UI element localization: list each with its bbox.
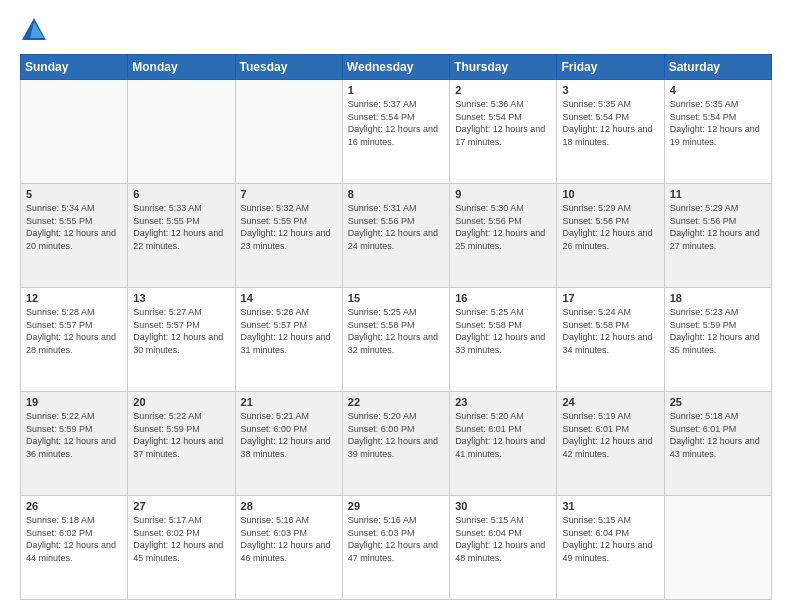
day-number: 6 — [133, 188, 229, 200]
logo-icon — [20, 16, 48, 44]
day-info: Sunrise: 5:26 AM Sunset: 5:57 PM Dayligh… — [241, 306, 337, 356]
day-info: Sunrise: 5:28 AM Sunset: 5:57 PM Dayligh… — [26, 306, 122, 356]
day-number: 7 — [241, 188, 337, 200]
calendar-cell: 31Sunrise: 5:15 AM Sunset: 6:04 PM Dayli… — [557, 496, 664, 600]
calendar-table: SundayMondayTuesdayWednesdayThursdayFrid… — [20, 54, 772, 600]
weekday-wednesday: Wednesday — [342, 55, 449, 80]
calendar-cell: 25Sunrise: 5:18 AM Sunset: 6:01 PM Dayli… — [664, 392, 771, 496]
calendar-cell: 12Sunrise: 5:28 AM Sunset: 5:57 PM Dayli… — [21, 288, 128, 392]
day-number: 4 — [670, 84, 766, 96]
weekday-thursday: Thursday — [450, 55, 557, 80]
day-number: 11 — [670, 188, 766, 200]
calendar-cell: 27Sunrise: 5:17 AM Sunset: 6:02 PM Dayli… — [128, 496, 235, 600]
calendar-cell: 6Sunrise: 5:33 AM Sunset: 5:55 PM Daylig… — [128, 184, 235, 288]
calendar-cell: 8Sunrise: 5:31 AM Sunset: 5:56 PM Daylig… — [342, 184, 449, 288]
day-info: Sunrise: 5:37 AM Sunset: 5:54 PM Dayligh… — [348, 98, 444, 148]
calendar-cell: 21Sunrise: 5:21 AM Sunset: 6:00 PM Dayli… — [235, 392, 342, 496]
weekday-saturday: Saturday — [664, 55, 771, 80]
calendar-cell — [128, 80, 235, 184]
day-info: Sunrise: 5:34 AM Sunset: 5:55 PM Dayligh… — [26, 202, 122, 252]
calendar-cell: 18Sunrise: 5:23 AM Sunset: 5:59 PM Dayli… — [664, 288, 771, 392]
day-info: Sunrise: 5:31 AM Sunset: 5:56 PM Dayligh… — [348, 202, 444, 252]
calendar-cell — [664, 496, 771, 600]
calendar-cell: 23Sunrise: 5:20 AM Sunset: 6:01 PM Dayli… — [450, 392, 557, 496]
day-number: 26 — [26, 500, 122, 512]
calendar-cell: 29Sunrise: 5:16 AM Sunset: 6:03 PM Dayli… — [342, 496, 449, 600]
day-info: Sunrise: 5:19 AM Sunset: 6:01 PM Dayligh… — [562, 410, 658, 460]
day-info: Sunrise: 5:20 AM Sunset: 6:00 PM Dayligh… — [348, 410, 444, 460]
calendar-cell: 15Sunrise: 5:25 AM Sunset: 5:58 PM Dayli… — [342, 288, 449, 392]
day-info: Sunrise: 5:23 AM Sunset: 5:59 PM Dayligh… — [670, 306, 766, 356]
day-number: 17 — [562, 292, 658, 304]
day-number: 3 — [562, 84, 658, 96]
weekday-sunday: Sunday — [21, 55, 128, 80]
calendar-cell: 5Sunrise: 5:34 AM Sunset: 5:55 PM Daylig… — [21, 184, 128, 288]
day-info: Sunrise: 5:36 AM Sunset: 5:54 PM Dayligh… — [455, 98, 551, 148]
day-info: Sunrise: 5:16 AM Sunset: 6:03 PM Dayligh… — [241, 514, 337, 564]
day-number: 20 — [133, 396, 229, 408]
day-number: 22 — [348, 396, 444, 408]
day-info: Sunrise: 5:17 AM Sunset: 6:02 PM Dayligh… — [133, 514, 229, 564]
day-info: Sunrise: 5:18 AM Sunset: 6:01 PM Dayligh… — [670, 410, 766, 460]
calendar-cell: 13Sunrise: 5:27 AM Sunset: 5:57 PM Dayli… — [128, 288, 235, 392]
day-number: 8 — [348, 188, 444, 200]
day-info: Sunrise: 5:22 AM Sunset: 5:59 PM Dayligh… — [26, 410, 122, 460]
header — [20, 16, 772, 44]
day-number: 27 — [133, 500, 229, 512]
calendar-cell: 1Sunrise: 5:37 AM Sunset: 5:54 PM Daylig… — [342, 80, 449, 184]
day-number: 9 — [455, 188, 551, 200]
day-number: 2 — [455, 84, 551, 96]
weekday-header-row: SundayMondayTuesdayWednesdayThursdayFrid… — [21, 55, 772, 80]
calendar-week-2: 12Sunrise: 5:28 AM Sunset: 5:57 PM Dayli… — [21, 288, 772, 392]
calendar-cell: 26Sunrise: 5:18 AM Sunset: 6:02 PM Dayli… — [21, 496, 128, 600]
day-info: Sunrise: 5:15 AM Sunset: 6:04 PM Dayligh… — [562, 514, 658, 564]
calendar-cell: 10Sunrise: 5:29 AM Sunset: 5:56 PM Dayli… — [557, 184, 664, 288]
day-info: Sunrise: 5:29 AM Sunset: 5:56 PM Dayligh… — [670, 202, 766, 252]
calendar-week-3: 19Sunrise: 5:22 AM Sunset: 5:59 PM Dayli… — [21, 392, 772, 496]
day-info: Sunrise: 5:25 AM Sunset: 5:58 PM Dayligh… — [455, 306, 551, 356]
calendar-cell: 22Sunrise: 5:20 AM Sunset: 6:00 PM Dayli… — [342, 392, 449, 496]
calendar-cell: 30Sunrise: 5:15 AM Sunset: 6:04 PM Dayli… — [450, 496, 557, 600]
page: SundayMondayTuesdayWednesdayThursdayFrid… — [0, 0, 792, 612]
calendar-week-4: 26Sunrise: 5:18 AM Sunset: 6:02 PM Dayli… — [21, 496, 772, 600]
day-number: 10 — [562, 188, 658, 200]
calendar-cell: 19Sunrise: 5:22 AM Sunset: 5:59 PM Dayli… — [21, 392, 128, 496]
day-number: 15 — [348, 292, 444, 304]
calendar-cell — [21, 80, 128, 184]
day-number: 1 — [348, 84, 444, 96]
calendar-cell: 7Sunrise: 5:32 AM Sunset: 5:55 PM Daylig… — [235, 184, 342, 288]
day-number: 25 — [670, 396, 766, 408]
calendar-week-0: 1Sunrise: 5:37 AM Sunset: 5:54 PM Daylig… — [21, 80, 772, 184]
weekday-monday: Monday — [128, 55, 235, 80]
calendar-cell: 3Sunrise: 5:35 AM Sunset: 5:54 PM Daylig… — [557, 80, 664, 184]
day-info: Sunrise: 5:32 AM Sunset: 5:55 PM Dayligh… — [241, 202, 337, 252]
day-number: 13 — [133, 292, 229, 304]
day-info: Sunrise: 5:18 AM Sunset: 6:02 PM Dayligh… — [26, 514, 122, 564]
day-number: 16 — [455, 292, 551, 304]
day-info: Sunrise: 5:25 AM Sunset: 5:58 PM Dayligh… — [348, 306, 444, 356]
weekday-friday: Friday — [557, 55, 664, 80]
calendar-week-1: 5Sunrise: 5:34 AM Sunset: 5:55 PM Daylig… — [21, 184, 772, 288]
day-number: 12 — [26, 292, 122, 304]
day-info: Sunrise: 5:35 AM Sunset: 5:54 PM Dayligh… — [670, 98, 766, 148]
day-info: Sunrise: 5:24 AM Sunset: 5:58 PM Dayligh… — [562, 306, 658, 356]
day-info: Sunrise: 5:15 AM Sunset: 6:04 PM Dayligh… — [455, 514, 551, 564]
day-info: Sunrise: 5:20 AM Sunset: 6:01 PM Dayligh… — [455, 410, 551, 460]
day-number: 29 — [348, 500, 444, 512]
calendar-cell: 9Sunrise: 5:30 AM Sunset: 5:56 PM Daylig… — [450, 184, 557, 288]
calendar-cell — [235, 80, 342, 184]
day-info: Sunrise: 5:27 AM Sunset: 5:57 PM Dayligh… — [133, 306, 229, 356]
calendar-cell: 24Sunrise: 5:19 AM Sunset: 6:01 PM Dayli… — [557, 392, 664, 496]
calendar-cell: 11Sunrise: 5:29 AM Sunset: 5:56 PM Dayli… — [664, 184, 771, 288]
day-info: Sunrise: 5:29 AM Sunset: 5:56 PM Dayligh… — [562, 202, 658, 252]
day-info: Sunrise: 5:33 AM Sunset: 5:55 PM Dayligh… — [133, 202, 229, 252]
day-number: 21 — [241, 396, 337, 408]
calendar-cell: 28Sunrise: 5:16 AM Sunset: 6:03 PM Dayli… — [235, 496, 342, 600]
day-info: Sunrise: 5:35 AM Sunset: 5:54 PM Dayligh… — [562, 98, 658, 148]
day-number: 28 — [241, 500, 337, 512]
calendar-cell: 20Sunrise: 5:22 AM Sunset: 5:59 PM Dayli… — [128, 392, 235, 496]
day-number: 5 — [26, 188, 122, 200]
day-info: Sunrise: 5:22 AM Sunset: 5:59 PM Dayligh… — [133, 410, 229, 460]
calendar-cell: 14Sunrise: 5:26 AM Sunset: 5:57 PM Dayli… — [235, 288, 342, 392]
calendar-cell: 16Sunrise: 5:25 AM Sunset: 5:58 PM Dayli… — [450, 288, 557, 392]
